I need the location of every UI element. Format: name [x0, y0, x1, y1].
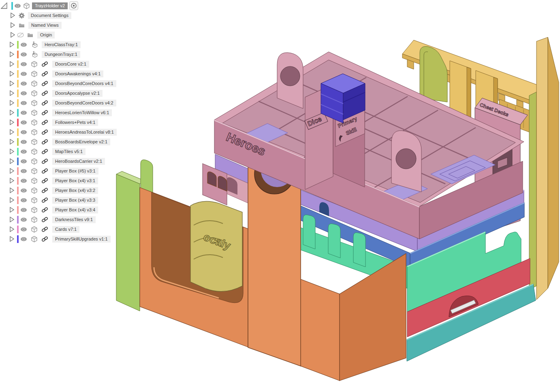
browser-item-linked[interactable]: Followers+Pets v4:1: [0, 117, 134, 127]
visibility-eye-icon[interactable]: [20, 70, 27, 77]
visibility-eye-icon[interactable]: [20, 90, 27, 97]
browser-item-linked[interactable]: Player Box (x4) v3:4: [0, 205, 134, 215]
visibility-eye-icon[interactable]: [20, 129, 27, 136]
collapse-all-icon[interactable]: [1, 2, 7, 9]
expand-arrow-icon[interactable]: [10, 32, 16, 38]
cards-tray-handle-mid[interactable]: [391, 131, 421, 192]
expand-arrow-icon[interactable]: [9, 41, 15, 48]
item-label[interactable]: HeroesAndreasToLorelai v8:1: [52, 129, 117, 136]
item-label[interactable]: DarknessTiles v9:1: [52, 216, 96, 223]
expand-arrow-icon[interactable]: [9, 197, 15, 203]
browser-item-linked[interactable]: Player Box (x4) v3:1: [0, 176, 134, 185]
browser-item-linked[interactable]: PrimarySkillUpgrades v1:1: [0, 234, 134, 244]
visibility-eye-icon[interactable]: [20, 61, 27, 68]
outer-yellow-wall[interactable]: [536, 37, 559, 300]
expand-arrow-icon[interactable]: [9, 187, 15, 194]
item-label[interactable]: Document Settings: [28, 12, 71, 19]
item-label[interactable]: PrimarySkillUpgrades v1:1: [52, 236, 111, 243]
item-label[interactable]: DoorsCore v2:1: [52, 61, 89, 68]
visibility-eye-icon[interactable]: [14, 2, 21, 9]
browser-item-linked[interactable]: BossBoardsEnvelope v2:1: [0, 137, 134, 147]
browser-item-origin[interactable]: Origin: [0, 30, 134, 40]
item-label[interactable]: DoorsAwakenings v4:1: [52, 70, 103, 77]
browser-item-dungeontrayz[interactable]: DungeonTrayz:1: [0, 49, 134, 59]
item-label[interactable]: Player Box (x4) v3:4: [52, 207, 98, 213]
browser-root-row[interactable]: TrayzHolder v2: [0, 1, 134, 11]
root-document-title[interactable]: TrayzHolder v2: [32, 2, 68, 9]
browser-item-linked[interactable]: DoorsBeyondCoreDoors v4:1: [0, 79, 134, 88]
item-label[interactable]: Player Box (#5) v3:1: [52, 168, 98, 175]
item-label[interactable]: Cards v7:1: [52, 226, 79, 233]
browser-item-linked[interactable]: HeroesLorienToWillow v6:1: [0, 108, 134, 117]
expand-arrow-icon[interactable]: [9, 148, 15, 155]
visibility-eye-icon[interactable]: [20, 197, 27, 204]
browser-item-linked[interactable]: DoorsCore v2:1: [0, 59, 134, 69]
expand-arrow-icon[interactable]: [9, 80, 15, 87]
visibility-eye-icon[interactable]: [20, 80, 27, 87]
visibility-eye-icon[interactable]: [20, 119, 27, 126]
expand-arrow-icon[interactable]: [9, 90, 15, 96]
browser-item-linked[interactable]: DoorsAwakenings v4:1: [0, 69, 134, 79]
visibility-eye-icon[interactable]: [20, 207, 27, 213]
boss-boards-envelope[interactable]: [529, 92, 536, 290]
browser-item-linked[interactable]: Player Box (x4) v3:2: [0, 185, 134, 195]
item-label[interactable]: Player Box (x4) v3:2: [52, 187, 98, 194]
expand-arrow-icon[interactable]: [9, 158, 15, 164]
expand-arrow-icon[interactable]: [10, 12, 16, 19]
expand-arrow-icon[interactable]: [9, 129, 15, 135]
visibility-eye-icon[interactable]: [20, 138, 27, 145]
item-label[interactable]: Followers+Pets v4:1: [52, 119, 98, 126]
visibility-off-eye-icon[interactable]: [17, 32, 24, 38]
browser-item-heroclasstray[interactable]: HeroClassTray:1: [0, 40, 134, 49]
expand-arrow-icon[interactable]: [9, 109, 15, 116]
visibility-eye-icon[interactable]: [20, 216, 27, 223]
expand-arrow-icon[interactable]: [9, 70, 15, 77]
visibility-eye-icon[interactable]: [20, 168, 27, 175]
browser-item-linked[interactable]: DoorsApocalypse v2:1: [0, 88, 134, 98]
visibility-eye-icon[interactable]: [20, 158, 27, 165]
item-label[interactable]: DungeonTrayz:1: [42, 51, 80, 58]
expand-arrow-icon[interactable]: [10, 22, 16, 28]
browser-item-linked[interactable]: DarknessTiles v9:1: [0, 215, 134, 224]
browser-item-linked[interactable]: MapTiles v5:1: [0, 147, 134, 156]
expand-arrow-icon[interactable]: [9, 51, 15, 58]
item-label[interactable]: DoorsBeyondCoreDoors v4:2: [52, 100, 116, 107]
browser-item-document-settings[interactable]: Document Settings: [0, 11, 134, 20]
browser-item-linked[interactable]: Cards v7:1: [0, 224, 134, 234]
expand-arrow-icon[interactable]: [9, 168, 15, 174]
item-label[interactable]: Named Views: [28, 22, 62, 29]
activate-component-radio[interactable]: [69, 1, 78, 10]
expand-arrow-icon[interactable]: [9, 226, 15, 232]
expand-arrow-icon[interactable]: [9, 119, 15, 126]
expand-arrow-icon[interactable]: [9, 177, 15, 184]
expand-arrow-icon[interactable]: [9, 100, 15, 106]
expand-arrow-icon[interactable]: [9, 216, 15, 223]
visibility-eye-icon[interactable]: [20, 100, 27, 107]
expand-arrow-icon[interactable]: [9, 236, 15, 242]
expand-arrow-icon[interactable]: [9, 61, 15, 67]
item-label[interactable]: Origin: [37, 32, 55, 38]
visibility-eye-icon[interactable]: [20, 109, 27, 116]
browser-item-linked[interactable]: HeroBoardsCarrier v2:1: [0, 156, 134, 166]
item-label[interactable]: HeroBoardsCarrier v2:1: [52, 158, 105, 165]
visibility-eye-icon[interactable]: [20, 187, 27, 194]
expand-arrow-icon[interactable]: [9, 207, 15, 213]
browser-item-linked[interactable]: Player Box (x4) v3:3: [0, 195, 134, 205]
item-label[interactable]: HeroClassTray:1: [42, 41, 81, 48]
visibility-eye-icon[interactable]: [20, 226, 27, 233]
visibility-eye-icon[interactable]: [20, 177, 27, 184]
browser-item-linked[interactable]: DoorsBeyondCoreDoors v4:2: [0, 98, 134, 108]
doors-apocalypse-stack[interactable]: ocaly: [190, 201, 242, 292]
visibility-eye-icon[interactable]: [20, 41, 27, 48]
visibility-eye-icon[interactable]: [20, 236, 27, 243]
item-label[interactable]: Player Box (x4) v3:3: [52, 197, 98, 204]
visibility-eye-icon[interactable]: [20, 148, 27, 155]
visibility-eye-icon[interactable]: [20, 51, 27, 58]
item-label[interactable]: HeroesLorienToWillow v6:1: [52, 109, 112, 116]
item-label[interactable]: BossBoardsEnvelope v2:1: [52, 138, 110, 145]
browser-item-linked[interactable]: Player Box (#5) v3:1: [0, 166, 134, 176]
expand-arrow-icon[interactable]: [9, 138, 15, 145]
item-label[interactable]: Player Box (x4) v3:1: [52, 177, 98, 184]
browser-item-named-views[interactable]: Named Views: [0, 20, 134, 30]
item-label[interactable]: DoorsApocalypse v2:1: [52, 90, 103, 97]
